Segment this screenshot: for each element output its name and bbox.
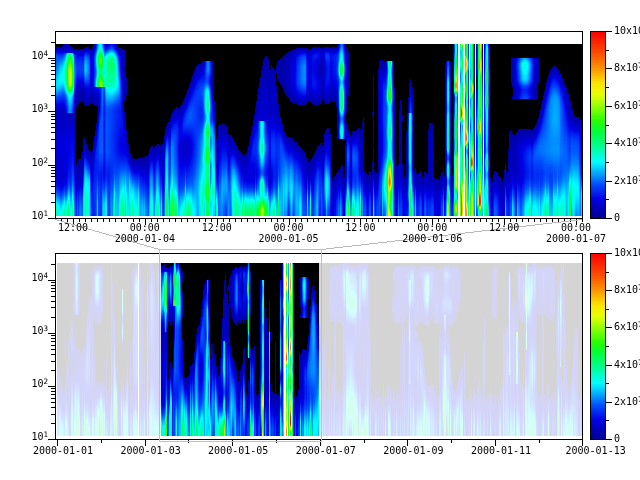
y-tick-label: 101 [10,432,48,442]
colorbar-tick-label: 4x107 [614,138,640,148]
overview-plot-frame [56,254,583,440]
y-tick-label: 103 [10,104,48,114]
x-tick-date-label: 2000-01-06 [400,234,464,244]
x-tick-date-label: 2000-01-05 [206,446,270,456]
x-tick-date-label: 2000-01-09 [381,446,445,456]
x-tick-time-label: 00:00 [120,223,170,233]
x-tick-date-label: 2000-01-07 [544,234,608,244]
colorbar-tick-label: 2x107 [614,176,640,186]
colorbar-tick-label: 8x107 [614,285,640,295]
y-tick-label: 101 [10,211,48,221]
colorbar-tick-label: 10x107 [614,248,640,258]
x-tick-date-label: 2000-01-11 [469,446,533,456]
colorbar-tick-label: 4x107 [614,360,640,370]
x-tick-date-label: 2000-01-01 [31,446,95,456]
colorbar-tick-label: 0 [614,213,640,223]
x-tick-date-label: 2000-01-03 [119,446,183,456]
x-tick-time-label: 12:00 [48,223,98,233]
y-tick-label: 102 [10,158,48,168]
selection-box[interactable] [160,250,322,442]
spectrogram-figure: 12:0000:002000-01-0412:0000:002000-01-05… [0,0,640,480]
x-tick-date-label: 2000-01-05 [257,234,321,244]
colorbar-tick-label: 6x107 [614,322,640,332]
colorbar-tick-label: 6x107 [614,101,640,111]
x-tick-date-label: 2000-01-04 [113,234,177,244]
x-tick-time-label: 12:00 [192,223,242,233]
colorbar-tick-label: 8x107 [614,63,640,73]
colorbar-tick-label: 0 [614,434,640,444]
x-tick-time-label: 00:00 [264,223,314,233]
y-tick-label: 103 [10,326,48,336]
detail-plot-frame [56,32,583,219]
x-tick-time-label: 00:00 [551,223,601,233]
x-tick-date-label: 2000-01-13 [564,446,628,456]
x-tick-time-label: 12:00 [479,223,529,233]
y-tick-label: 104 [10,273,48,283]
colorbar-tick-label: 2x107 [614,397,640,407]
y-tick-label: 102 [10,379,48,389]
detail-colorbar-frame [591,32,606,219]
x-tick-time-label: 12:00 [335,223,385,233]
colorbar-tick-label: 10x107 [614,26,640,36]
y-tick-label: 104 [10,51,48,61]
x-tick-time-label: 00:00 [407,223,457,233]
overview-colorbar-frame [591,254,606,440]
x-tick-date-label: 2000-01-07 [294,446,358,456]
